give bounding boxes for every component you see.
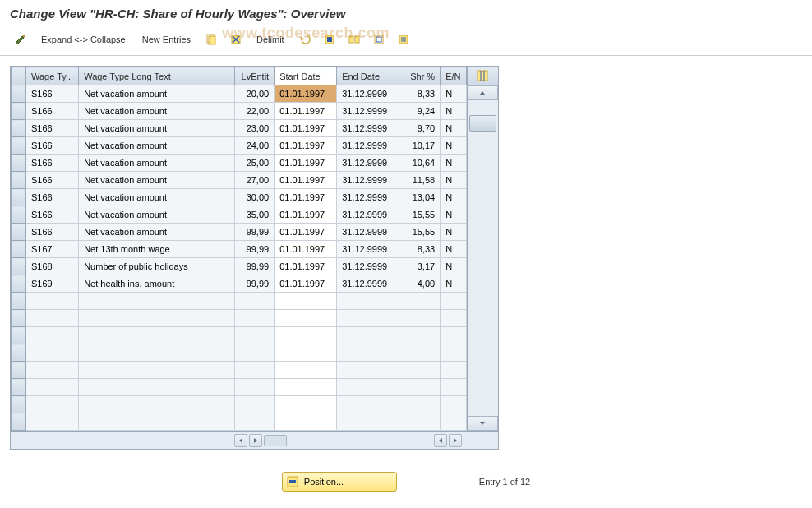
row-selector[interactable] [12, 275, 26, 293]
cell-long-text[interactable]: Net vacation amount [79, 137, 235, 155]
hscroll-left-icon[interactable] [234, 434, 247, 447]
cell-end-date[interactable]: 31.12.9999 [337, 258, 399, 275]
cell-wage-type[interactable]: S166 [26, 85, 79, 103]
col-header-end-date[interactable]: End Date [337, 67, 399, 85]
cell-start-date[interactable]: 01.01.1997 [275, 103, 337, 120]
cell-long-text[interactable]: Net vacation amount [79, 224, 235, 241]
cell-en[interactable]: N [441, 189, 466, 206]
table-row[interactable]: S166 Net vacation amount 30,00 01.01.199… [12, 189, 467, 206]
toggle-display-icon[interactable] [10, 30, 31, 48]
table-row-empty[interactable] [12, 327, 467, 344]
cell-wage-type[interactable]: S166 [26, 172, 79, 189]
row-selector[interactable] [12, 413, 26, 431]
cell-lventit[interactable]: 35,00 [235, 206, 275, 224]
col-header-start-date[interactable]: Start Date [275, 67, 337, 85]
row-selector-header[interactable] [12, 67, 26, 85]
cell-lventit[interactable]: 30,00 [235, 189, 275, 206]
expand-collapse-button[interactable]: Expand <-> Collapse [35, 35, 132, 44]
row-selector[interactable] [12, 327, 26, 344]
cell-en[interactable]: N [441, 172, 466, 189]
row-selector[interactable] [12, 258, 26, 275]
cell-lventit[interactable]: 27,00 [235, 172, 275, 189]
cell-en[interactable]: N [441, 155, 466, 172]
cell-lventit[interactable]: 25,00 [235, 155, 275, 172]
table-row[interactable]: S168 Number of public holidays 99,99 01.… [12, 258, 467, 275]
scroll-thumb[interactable] [469, 115, 496, 132]
select-block-icon[interactable] [344, 30, 365, 48]
table-row[interactable]: S166 Net vacation amount 22,00 01.01.199… [12, 103, 467, 120]
col-header-long-text[interactable]: Wage Type Long Text [79, 67, 235, 85]
cell-end-date[interactable]: 31.12.9999 [337, 155, 399, 172]
table-row[interactable]: S166 Net vacation amount 27,00 01.01.199… [12, 172, 467, 189]
delete-icon[interactable] [225, 30, 247, 48]
cell-start-date[interactable]: 01.01.1997 [275, 258, 337, 275]
cell-long-text[interactable]: Net vacation amount [79, 206, 235, 224]
row-selector[interactable] [12, 310, 26, 327]
cell-long-text[interactable]: Net vacation amount [79, 189, 235, 206]
cell-shr[interactable]: 10,17 [399, 137, 441, 155]
cell-en[interactable]: N [441, 224, 466, 241]
cell-wage-type[interactable]: S168 [26, 258, 79, 275]
cell-end-date[interactable]: 31.12.9999 [337, 103, 399, 120]
cell-wage-type[interactable]: S166 [26, 189, 79, 206]
cell-wage-type[interactable]: S166 [26, 224, 79, 241]
row-selector[interactable] [12, 137, 26, 155]
row-selector[interactable] [12, 103, 26, 120]
row-selector[interactable] [12, 155, 26, 172]
row-selector[interactable] [12, 396, 26, 413]
cell-lventit[interactable]: 24,00 [235, 137, 275, 155]
cell-start-date[interactable]: 01.01.1997 [275, 241, 337, 258]
cell-shr[interactable]: 15,55 [399, 206, 441, 224]
cell-wage-type[interactable]: S167 [26, 241, 79, 258]
cell-lventit[interactable]: 20,00 [235, 85, 275, 103]
new-entries-button[interactable]: New Entries [136, 35, 197, 44]
cell-lventit[interactable]: 22,00 [235, 103, 275, 120]
cell-shr[interactable]: 4,00 [399, 275, 441, 293]
configure-columns-icon[interactable] [468, 67, 498, 85]
col-header-lventit[interactable]: LvEntit [235, 67, 275, 85]
print-icon[interactable] [393, 30, 414, 48]
hscroll-right-icon[interactable] [249, 434, 262, 447]
cell-start-date[interactable]: 01.01.1997 [275, 137, 337, 155]
copy-icon[interactable] [201, 30, 222, 48]
cell-end-date[interactable]: 31.12.9999 [337, 189, 399, 206]
cell-en[interactable]: N [441, 206, 466, 224]
cell-lventit[interactable]: 99,99 [235, 241, 275, 258]
cell-end-date[interactable]: 31.12.9999 [337, 85, 399, 103]
table-row-empty[interactable] [12, 344, 467, 362]
table-row[interactable]: S166 Net vacation amount 24,00 01.01.199… [12, 137, 467, 155]
delimit-button[interactable]: Delimit [250, 35, 291, 44]
col-header-shr[interactable]: Shr % [399, 67, 441, 85]
row-selector[interactable] [12, 362, 26, 379]
row-selector[interactable] [12, 206, 26, 224]
row-selector[interactable] [12, 172, 26, 189]
table-row-empty[interactable] [12, 413, 467, 431]
cell-en[interactable]: N [441, 103, 466, 120]
undo-icon[interactable] [294, 30, 316, 48]
col-header-wage-type[interactable]: Wage Ty... [26, 67, 79, 85]
cell-en[interactable]: N [441, 258, 466, 275]
cell-en[interactable]: N [441, 120, 466, 137]
cell-wage-type[interactable]: S166 [26, 120, 79, 137]
position-button[interactable]: Position... [282, 472, 397, 492]
cell-long-text[interactable]: Net 13th month wage [79, 241, 235, 258]
table-row-empty[interactable] [12, 310, 467, 327]
cell-start-date[interactable]: 01.01.1997 [275, 85, 337, 103]
cell-shr[interactable]: 3,17 [399, 258, 441, 275]
col-header-en[interactable]: E/N [441, 67, 466, 85]
cell-long-text[interactable]: Net vacation amount [79, 120, 235, 137]
cell-end-date[interactable]: 31.12.9999 [337, 172, 399, 189]
cell-end-date[interactable]: 31.12.9999 [337, 137, 399, 155]
cell-start-date[interactable]: 01.01.1997 [275, 224, 337, 241]
cell-long-text[interactable]: Net vacation amount [79, 155, 235, 172]
cell-shr[interactable]: 8,33 [399, 241, 441, 258]
cell-lventit[interactable]: 99,99 [235, 258, 275, 275]
table-row[interactable]: S166 Net vacation amount 35,00 01.01.199… [12, 206, 467, 224]
table-row-empty[interactable] [12, 379, 467, 396]
cell-end-date[interactable]: 31.12.9999 [337, 224, 399, 241]
table-row[interactable]: S167 Net 13th month wage 99,99 01.01.199… [12, 241, 467, 258]
cell-en[interactable]: N [441, 85, 466, 103]
cell-shr[interactable]: 9,70 [399, 120, 441, 137]
table-row[interactable]: S169 Net health ins. amount 99,99 01.01.… [12, 275, 467, 293]
cell-wage-type[interactable]: S166 [26, 155, 79, 172]
